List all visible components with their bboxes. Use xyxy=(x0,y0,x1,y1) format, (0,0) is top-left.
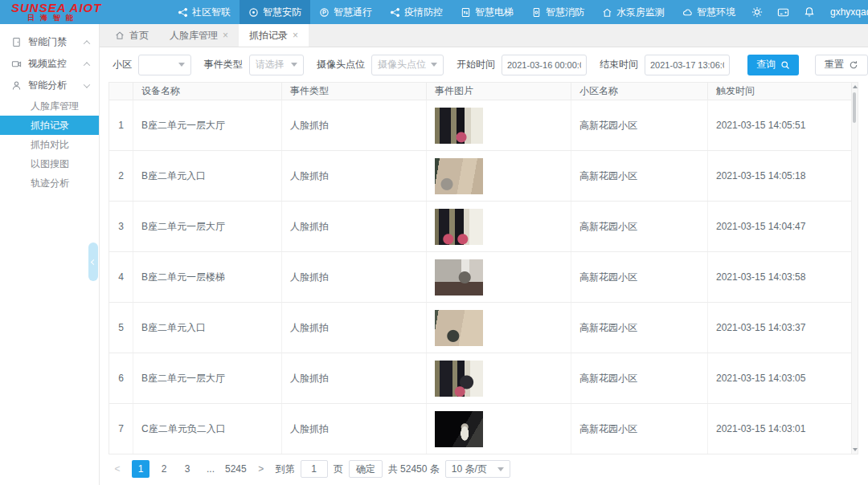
community-cell: 高新花园小区 xyxy=(571,303,708,353)
content-area: 首页 人脸库管理 × 抓拍记录 × 小区 事件类型 请选择 摄像头点 xyxy=(100,24,868,485)
nav-item-pump-room[interactable]: 水泵房监测 xyxy=(593,0,674,24)
table-row[interactable]: 6 B座二单元一层大厅 人脸抓拍 高新花园小区 2021-03-15 14:03… xyxy=(108,353,852,404)
nav-item-access[interactable]: 智慧通行 xyxy=(310,0,381,24)
reset-button[interactable]: 重置 xyxy=(815,55,868,75)
community-cell: 高新花园小区 xyxy=(571,151,708,201)
chevron-up-icon xyxy=(84,62,90,68)
community-select[interactable] xyxy=(138,55,191,75)
nav-item-epidemic[interactable]: 疫情防控 xyxy=(381,0,452,24)
sidebar-collapse-handle[interactable] xyxy=(88,243,98,281)
sidebar-item-video-monitor[interactable]: 视频监控 xyxy=(0,53,99,75)
home-icon xyxy=(115,31,125,40)
id-card-icon xyxy=(777,6,789,18)
tab-bar: 首页 人脸库管理 × 抓拍记录 × xyxy=(100,24,868,47)
page-button-3[interactable]: 3 xyxy=(178,460,196,478)
brand-logo-en: SUNSEA AIOT xyxy=(11,2,169,14)
community-cell: 高新花园小区 xyxy=(571,404,708,454)
search-button[interactable]: 查询 xyxy=(747,55,799,75)
nav-item-security[interactable]: 智慧安防 xyxy=(240,0,310,24)
table-header-row: 设备名称 事件类型 事件图片 小区名称 触发时间 xyxy=(108,82,852,100)
page-button-2[interactable]: 2 xyxy=(155,460,173,478)
event-snapshot-image[interactable] xyxy=(435,108,483,144)
shield-target-icon xyxy=(248,7,259,18)
page-button-1[interactable]: 1 xyxy=(132,460,149,478)
user-menu[interactable]: gxhyxqadmin xyxy=(822,6,868,18)
goto-confirm-button[interactable]: 确定 xyxy=(349,460,383,478)
table-row[interactable]: 4 B座二单元一层楼梯 人脸抓拍 高新花园小区 2021-03-15 14:03… xyxy=(108,252,852,303)
prev-page-button[interactable]: < xyxy=(108,460,126,478)
trigger-time-cell: 2021-03-15 14:03:37 xyxy=(708,303,853,353)
start-time-input[interactable] xyxy=(502,55,587,75)
table-row[interactable]: 7 C座二单元负二入口 人脸抓拍 高新花园小区 2021-03-15 14:03… xyxy=(108,404,852,454)
scrollbar-thumb[interactable] xyxy=(853,92,856,123)
event-snapshot-image[interactable] xyxy=(435,209,483,245)
nav-item-label: 智慧安防 xyxy=(263,6,301,19)
device-name-cell: B座二单元一层楼梯 xyxy=(133,252,282,302)
sidebar-item-door-access[interactable]: 智能门禁 xyxy=(0,31,99,53)
tab-capture-records[interactable]: 抓拍记录 × xyxy=(239,24,309,47)
trigger-time-cell: 2021-03-15 14:05:18 xyxy=(708,151,853,201)
event-snapshot-image[interactable] xyxy=(435,158,483,194)
tab-home[interactable]: 首页 xyxy=(104,24,159,47)
nav-item-elevator[interactable]: 智慧电梯 xyxy=(452,0,522,24)
scroll-down-arrow-icon[interactable] xyxy=(853,448,858,451)
col-trigger-time: 触发时间 xyxy=(708,83,853,100)
pagination-bar: < 1 2 3 ... 5245 > 到第 页 确定 共 52450 条 10 … xyxy=(108,460,868,478)
id-card-button[interactable] xyxy=(770,6,796,18)
event-snapshot-image[interactable] xyxy=(435,411,483,447)
tab-face-library[interactable]: 人脸库管理 × xyxy=(159,24,239,47)
nav-item-label: 智慧电梯 xyxy=(475,6,514,19)
nav-item-label: 疫情防控 xyxy=(404,6,443,19)
chevron-up-icon xyxy=(84,40,90,47)
table-scrollbar[interactable] xyxy=(852,82,858,454)
brand-logo-cn: 日海智能 xyxy=(11,14,169,22)
table-row[interactable]: 1 B座二单元一层大厅 人脸抓拍 高新花园小区 2021-03-15 14:05… xyxy=(108,100,852,151)
close-icon[interactable]: × xyxy=(223,31,228,40)
settings-button[interactable] xyxy=(744,6,770,18)
nav-item-fire[interactable]: 智慧消防 xyxy=(522,0,593,24)
col-index xyxy=(109,83,133,100)
per-page-select[interactable]: 10 条/页 xyxy=(445,460,510,478)
end-time-input[interactable] xyxy=(645,55,730,75)
goto-page-input[interactable] xyxy=(301,460,328,478)
close-icon[interactable]: × xyxy=(293,31,298,40)
device-name-cell: B座二单元入口 xyxy=(133,303,282,353)
event-type-select[interactable]: 请选择 xyxy=(249,55,304,75)
event-snapshot-image[interactable] xyxy=(435,259,483,295)
table: 设备名称 事件类型 事件图片 小区名称 触发时间 1 B座二单元一层大厅 人脸抓… xyxy=(108,82,852,454)
row-index: 7 xyxy=(109,404,133,454)
event-snapshot-image[interactable] xyxy=(435,361,483,397)
table-row[interactable]: 5 B座二单元入口 人脸抓拍 高新花园小区 2021-03-15 14:03:3… xyxy=(108,303,852,353)
chevron-down-icon xyxy=(178,63,185,67)
nav-item-community-iot[interactable]: 社区智联 xyxy=(169,0,240,24)
page-button-last[interactable]: 5245 xyxy=(225,460,247,478)
notifications-button[interactable] xyxy=(796,6,822,18)
col-community-name: 小区名称 xyxy=(571,83,708,100)
trigger-time-cell: 2021-03-15 14:05:51 xyxy=(708,100,853,150)
event-image-cell xyxy=(427,151,571,201)
sidebar-item-label: 视频监控 xyxy=(28,57,78,71)
event-image-cell xyxy=(427,353,571,403)
scroll-up-arrow-icon[interactable] xyxy=(853,85,858,88)
sidebar-item-smart-analysis[interactable]: 智能分析 xyxy=(0,75,99,96)
next-page-button[interactable]: > xyxy=(252,460,270,478)
chevron-down-icon xyxy=(291,63,297,67)
bell-icon xyxy=(804,6,815,18)
table-row[interactable]: 3 B座二单元一层大厅 人脸抓拍 高新花园小区 2021-03-15 14:04… xyxy=(108,202,852,252)
sidebar-item-face-library[interactable]: 人脸库管理 xyxy=(0,96,99,116)
camera-select[interactable]: 摄像头点位 xyxy=(371,55,444,75)
trigger-time-cell: 2021-03-15 14:03:58 xyxy=(708,252,853,302)
reset-button-label: 重置 xyxy=(825,58,844,71)
sidebar-item-trajectory-analysis[interactable]: 轨迹分析 xyxy=(0,173,99,193)
event-type-placeholder: 请选择 xyxy=(256,58,285,71)
device-name-cell: B座二单元一层大厅 xyxy=(133,202,282,251)
event-image-cell xyxy=(427,404,571,454)
event-type-label: 事件类型 xyxy=(204,58,243,71)
table-row[interactable]: 2 B座二单元入口 人脸抓拍 高新花园小区 2021-03-15 14:05:1… xyxy=(108,151,852,202)
sidebar-item-capture-compare[interactable]: 抓拍对比 xyxy=(0,135,99,154)
event-snapshot-image[interactable] xyxy=(435,310,483,346)
sidebar-item-capture-records[interactable]: 抓拍记录 xyxy=(0,116,99,135)
nav-item-environment[interactable]: 智慧环境 xyxy=(674,0,744,24)
tab-label: 抓拍记录 xyxy=(249,29,288,43)
sidebar-item-image-search[interactable]: 以图搜图 xyxy=(0,154,99,173)
